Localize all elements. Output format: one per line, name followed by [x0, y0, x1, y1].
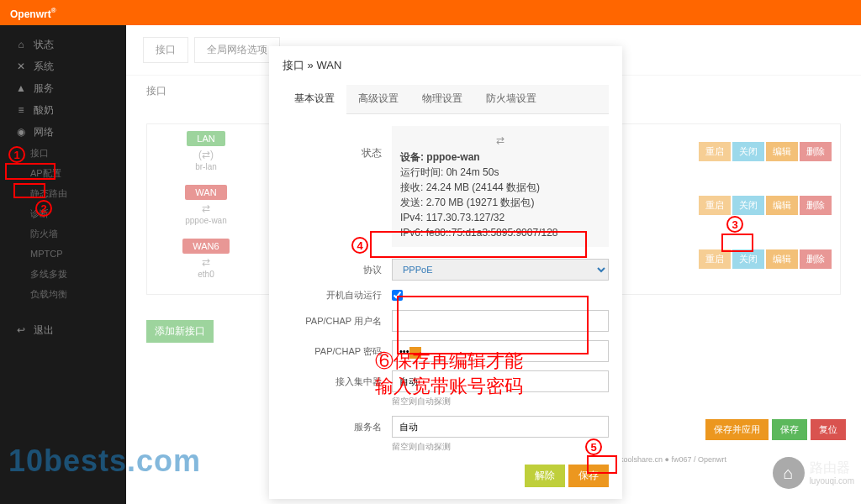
reset-button[interactable]: 复位: [811, 419, 846, 440]
footer-actions: 保存并应用 保存 复位: [705, 419, 846, 440]
status-row: 状态 ⇄ 设备: pppoe-wan 运行时间: 0h 24m 50s 接收: …: [283, 126, 609, 247]
sidebar-sub-mptcp[interactable]: MPTCP: [0, 244, 126, 264]
protocol-row: 协议 PPPoE: [283, 259, 609, 281]
modal-tab-basic[interactable]: 基本设置: [283, 85, 346, 114]
sidebar-item-services[interactable]: ▲服务: [0, 77, 126, 99]
list-icon: ≡: [15, 104, 27, 116]
home-icon: ⌂: [15, 39, 27, 50]
edit-interface-modal: 接口 » WAN 基本设置 高级设置 物理设置 防火墙设置 状态 ⇄ 设备: p…: [269, 46, 622, 499]
sidebar-sub-ap[interactable]: AP配置: [0, 163, 126, 183]
header: Openwrt®: [0, 0, 861, 25]
username-row: PAP/CHAP 用户名: [283, 310, 609, 332]
sidebar-sub-balance[interactable]: 负载均衡: [0, 284, 126, 304]
service-label: 服务名: [283, 421, 392, 433]
globe-icon: ◉: [15, 126, 27, 138]
annotation-circle-5: 5: [585, 438, 602, 455]
autostart-row: 开机自动运行: [283, 289, 609, 302]
modal-save-button[interactable]: 保存: [568, 465, 609, 487]
corner-brand: ⌂ 路由器 luyouqi.com: [773, 457, 854, 489]
modal-dismiss-button[interactable]: 解除: [525, 465, 565, 487]
service-row: 服务名: [283, 416, 609, 438]
sidebar-item-system[interactable]: ✕系统: [0, 55, 126, 77]
protocol-select[interactable]: PPPoE: [392, 259, 609, 281]
modal-tab-advanced[interactable]: 高级设置: [346, 85, 410, 113]
annotation-text-6: ⑥保存再编辑才能 输入宽带账号密码: [375, 349, 523, 398]
sidebar-sub-mwan[interactable]: 多线多拨: [0, 264, 126, 284]
sidebar-item-network[interactable]: ◉网络: [0, 121, 126, 143]
username-input[interactable]: [392, 310, 609, 332]
sidebar-sub-firewall[interactable]: 防火墙: [0, 223, 126, 244]
protocol-label: 协议: [283, 264, 392, 276]
autostart-checkbox[interactable]: [392, 290, 403, 301]
modal-tab-firewall[interactable]: 防火墙设置: [474, 85, 548, 113]
net-icon: ⇄: [400, 133, 600, 148]
sidebar-sub-routes[interactable]: 静态路由: [0, 183, 126, 203]
username-label: PAP/CHAP 用户名: [283, 315, 392, 328]
upload-icon: ▲: [15, 82, 27, 94]
modal-tab-physical[interactable]: 物理设置: [410, 85, 474, 113]
watermark: 10bests.com: [8, 444, 201, 479]
sidebar: ⌂状态 ✕系统 ▲服务 ≡酸奶 ◉网络 接口 AP配置 静态路由 诊断 防火墙 …: [0, 25, 126, 504]
modal-tabs: 基本设置 高级设置 物理设置 防火墙设置: [283, 85, 609, 114]
service-hint: 留空则自动探测: [392, 441, 609, 453]
sidebar-item-status[interactable]: ⌂状态: [0, 34, 126, 55]
sidebar-item-exit[interactable]: ↩退出: [0, 319, 126, 341]
exit-icon: ↩: [15, 324, 27, 336]
corner-sub: luyouqi.com: [810, 476, 854, 486]
tools-icon: ✕: [15, 60, 27, 72]
annotation-circle-2: 2: [35, 200, 52, 217]
router-icon: ⌂: [773, 457, 805, 489]
annotation-circle-4: 4: [351, 237, 368, 254]
annotation-circle-3: 3: [726, 216, 743, 233]
sidebar-item-yogurt[interactable]: ≡酸奶: [0, 99, 126, 121]
corner-title: 路由器: [810, 459, 854, 475]
logo: Openwrt®: [10, 6, 56, 20]
modal-title: 接口 » WAN: [283, 58, 609, 73]
status-info: ⇄ 设备: pppoe-wan 运行时间: 0h 24m 50s 接收: 24.…: [392, 126, 609, 247]
status-label: 状态: [283, 126, 392, 247]
save-apply-button[interactable]: 保存并应用: [705, 419, 769, 440]
service-input[interactable]: [392, 416, 609, 438]
autostart-label: 开机自动运行: [283, 289, 392, 302]
save-button[interactable]: 保存: [772, 419, 807, 440]
sidebar-sub-diag[interactable]: 诊断: [0, 203, 126, 223]
modal-footer: 解除 保存: [283, 465, 609, 487]
annotation-circle-1: 1: [8, 146, 25, 163]
